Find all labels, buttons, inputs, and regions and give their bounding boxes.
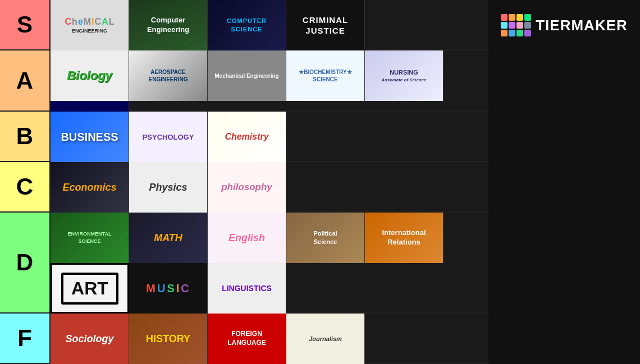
card-art[interactable]: ART [51, 263, 129, 314]
logo-area: TIERMAKER [488, 0, 640, 50]
card-physics[interactable]: Physics [129, 162, 208, 213]
card-chemistry[interactable]: Chemistry [208, 112, 286, 162]
card-math[interactable]: MATH [129, 213, 208, 263]
card-sociology[interactable]: Sociology [51, 314, 129, 364]
card-biochemistry[interactable]: ★BIOCHEMISTRY★SCIENCE [286, 50, 365, 101]
card-chemical-engineering[interactable]: CheMICAL ENGINEERING [51, 0, 129, 50]
tier-row-d: D ENVIRONMENTALSCIENCE MATH English Poli… [0, 213, 488, 314]
tier-row-c: C Economics Physics philosophy [0, 162, 488, 213]
card-psychology[interactable]: PSYCHOLOGY [129, 112, 208, 162]
tier-items-d: ENVIRONMENTALSCIENCE MATH English Politi… [51, 213, 488, 312]
card-environmental-science[interactable]: ENVIRONMENTALSCIENCE [51, 213, 129, 263]
card-aerospace-engineering[interactable]: AEROSPACEENGINEERING [129, 50, 208, 101]
card-philosophy[interactable]: philosophy [208, 162, 286, 213]
card-criminal-justice[interactable]: CRIMINALJUSTICE [286, 0, 365, 50]
card-music[interactable]: M U S I C [129, 263, 208, 314]
tier-items-c: Economics Physics philosophy [51, 162, 488, 211]
tier-items-s: CheMICAL ENGINEERING ComputerEngineering… [51, 0, 488, 49]
card-foreign-language[interactable]: FOREIGNLANGUAGE [208, 314, 286, 364]
card-linguistics[interactable]: LINGUISTICS [208, 263, 286, 314]
tier-label-f: F [0, 314, 51, 363]
tier-items-b: BUSINESS PSYCHOLOGY Chemistry [51, 112, 488, 161]
card-economics[interactable]: Economics [51, 162, 129, 213]
tier-label-c: C [0, 162, 51, 211]
tier-row-a: A Biology AEROSPACEENGINEERING Mechanica… [0, 50, 488, 112]
tier-row-b: B BUSINESS PSYCHOLOGY Chemistry [0, 112, 488, 162]
right-panel: TIERMAKER [488, 0, 640, 364]
tier-items-f: Sociology HISTORY FOREIGNLANGUAGE Journa… [51, 314, 488, 363]
card-history[interactable]: HISTORY [129, 314, 208, 364]
tier-row-s: S CheMICAL ENGINEERING ComputerEngineeri… [0, 0, 488, 50]
tier-list: S CheMICAL ENGINEERING ComputerEngineeri… [0, 0, 488, 364]
card-journalism[interactable]: Journalism [286, 314, 365, 364]
tier-row-f: F Sociology HISTORY FOREIGNLANGUAGE Jour… [0, 314, 488, 364]
tier-label-b: B [0, 112, 51, 161]
card-computer-engineering[interactable]: ComputerEngineering [129, 0, 208, 50]
right-panel-content [488, 50, 640, 364]
tier-label-s: S [0, 0, 51, 49]
logo-grid [501, 14, 531, 36]
logo-text: TIERMAKER [536, 17, 628, 34]
tier-label-d: D [0, 213, 51, 312]
card-biology[interactable]: Biology [51, 50, 129, 101]
card-nursing[interactable]: NURSINGAssociate of Science [365, 50, 444, 101]
card-mechanical-engineering[interactable]: Mechanical Engineering [208, 50, 286, 101]
card-international-relations[interactable]: InternationalRelations [365, 213, 444, 263]
tiermaker-logo: TIERMAKER [501, 14, 628, 36]
card-business[interactable]: BUSINESS [51, 112, 129, 162]
card-english[interactable]: English [208, 213, 286, 263]
card-political-science[interactable]: PoliticalScience [286, 213, 365, 263]
tier-label-a: A [0, 50, 51, 110]
tier-items-a: Biology AEROSPACEENGINEERING Mechanical … [51, 50, 488, 110]
card-computer-science[interactable]: COMPUTERSCIENCE [208, 0, 286, 50]
